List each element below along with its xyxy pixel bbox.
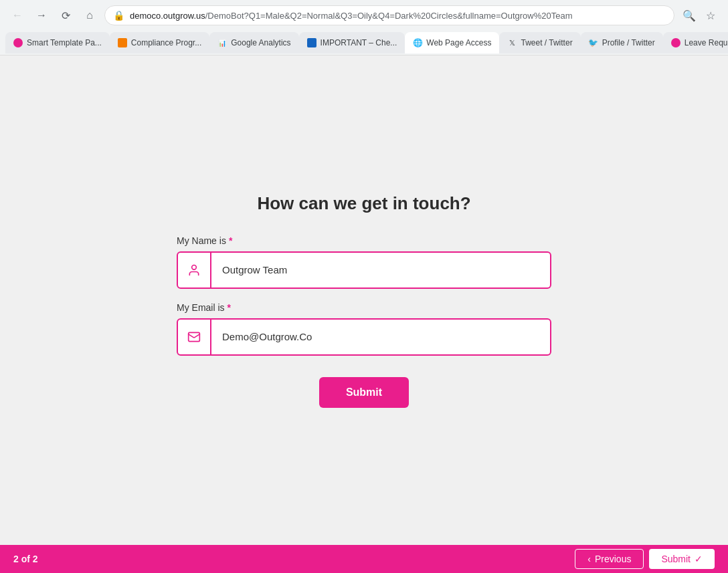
tab-favicon-tweet: 𝕏	[507, 38, 517, 47]
tabs-bar: Smart Template Pa... Compliance Progr...…	[0, 31, 728, 55]
tab-google-analytics[interactable]: 📊 Google Analytics	[209, 32, 298, 53]
tab-favicon-compliance	[118, 38, 127, 47]
email-input-wrapper	[177, 318, 551, 356]
form-container: How can we get in touch? My Name is * M	[177, 193, 551, 408]
tab-favicon-webpage: 🌐	[413, 38, 422, 47]
tab-important[interactable]: IMPORTANT – Che...	[299, 32, 405, 53]
tab-leave-request[interactable]: Leave Requ...	[663, 32, 728, 53]
home-button[interactable]: ⌂	[80, 6, 99, 25]
bottom-buttons: ‹ Previous Submit ✓	[575, 549, 715, 569]
tab-label-webpage: Web Page Access	[426, 38, 491, 47]
tab-label-smart-template: Smart Template Pa...	[27, 38, 102, 47]
browser-chrome: ← → ⟳ ⌂ 🔒 democo.outgrow.us/DemoBot?Q1=M…	[0, 0, 728, 55]
tab-favicon-profile-twitter: 🐦	[589, 38, 598, 47]
tab-compliance[interactable]: Compliance Progr...	[110, 32, 209, 53]
svg-rect-1	[189, 332, 200, 341]
tab-label-tweet: Tweet / Twitter	[521, 38, 572, 47]
nav-bar: ← → ⟳ ⌂ 🔒 democo.outgrow.us/DemoBot?Q1=M…	[0, 0, 728, 31]
url-domain: democo.outgrow.us	[130, 11, 205, 21]
email-icon	[178, 320, 211, 354]
tab-label-analytics: Google Analytics	[231, 38, 290, 47]
form-title: How can we get in touch?	[257, 193, 470, 214]
tab-web-page-access[interactable]: 🌐 Web Page Access	[405, 32, 499, 53]
email-required-star: *	[227, 302, 231, 313]
page-content: How can we get in touch? My Name is * M	[0, 55, 728, 545]
tab-label-important: IMPORTANT – Che...	[321, 38, 397, 47]
tab-label-profile-twitter: Profile / Twitter	[602, 38, 655, 47]
name-label: My Name is *	[177, 235, 551, 246]
tab-favicon-smart-template	[13, 38, 23, 47]
name-required-star: *	[229, 235, 232, 246]
search-button[interactable]: 🔍	[680, 6, 699, 25]
bookmark-button[interactable]: ☆	[701, 6, 720, 25]
tab-favicon-leave	[671, 38, 680, 47]
tab-label-leave: Leave Requ...	[685, 38, 728, 47]
tab-favicon-important	[307, 38, 316, 47]
lock-icon: 🔒	[113, 10, 124, 21]
address-bar[interactable]: 🔒 democo.outgrow.us/DemoBot?Q1=Male&Q2=N…	[104, 5, 674, 25]
submit-bottom-button[interactable]: Submit ✓	[649, 549, 715, 569]
page-count: 2 of 2	[13, 554, 38, 564]
name-field-group: My Name is *	[177, 235, 551, 289]
prev-chevron-icon: ‹	[587, 554, 591, 564]
email-input[interactable]	[211, 320, 550, 354]
tab-smart-template[interactable]: Smart Template Pa...	[5, 32, 110, 53]
email-label: My Email is *	[177, 302, 551, 313]
name-input[interactable]	[211, 253, 550, 288]
submit-check-icon: ✓	[695, 554, 703, 564]
tab-favicon-analytics: 📊	[217, 38, 227, 47]
url-path: /DemoBot?Q1=Male&Q2=Normal&Q3=Oily&Q4=Da…	[205, 11, 573, 21]
tab-label-compliance: Compliance Progr...	[131, 38, 201, 47]
submit-button[interactable]: Submit	[319, 377, 409, 408]
reload-button[interactable]: ⟳	[56, 6, 75, 25]
tab-tweet-twitter[interactable]: 𝕏 Tweet / Twitter	[499, 32, 580, 53]
bottom-bar: 2 of 2 ‹ Previous Submit ✓	[0, 545, 728, 573]
name-input-wrapper	[177, 251, 551, 289]
forward-button[interactable]: →	[32, 6, 51, 25]
tab-profile-twitter[interactable]: 🐦 Profile / Twitter	[581, 32, 663, 53]
person-icon	[178, 253, 211, 288]
svg-point-0	[192, 265, 197, 269]
email-field-group: My Email is *	[177, 302, 551, 356]
url-text: democo.outgrow.us/DemoBot?Q1=Male&Q2=Nor…	[130, 11, 666, 21]
nav-right: 🔍 ☆	[680, 6, 720, 25]
back-button[interactable]: ←	[8, 6, 27, 25]
previous-button[interactable]: ‹ Previous	[575, 549, 644, 569]
